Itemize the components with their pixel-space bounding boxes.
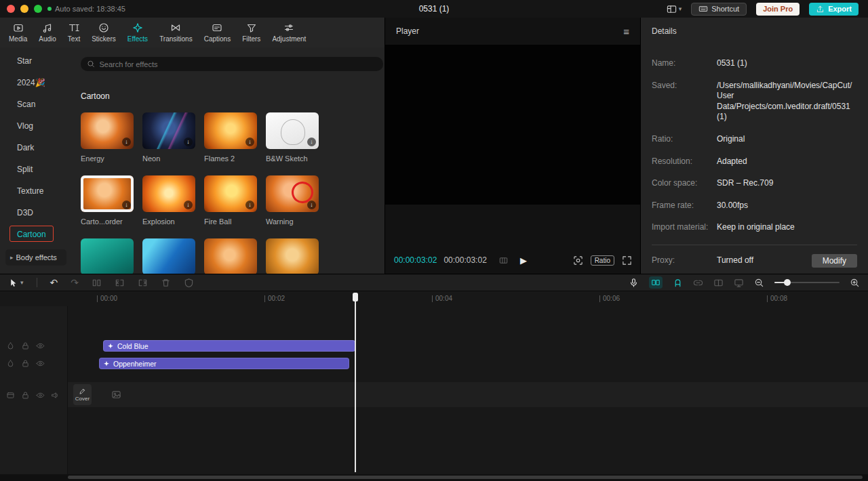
- layout-switcher-button[interactable]: ▾: [667, 4, 682, 14]
- eye-icon[interactable]: [36, 359, 45, 368]
- split-clip-icon[interactable]: [92, 278, 102, 288]
- undo-button[interactable]: ↶: [50, 278, 58, 287]
- effect-thumbnail[interactable]: ↓: [81, 112, 134, 149]
- effect-clip-cold-blue[interactable]: Cold Blue: [103, 340, 355, 352]
- ratio-button[interactable]: Ratio: [591, 255, 614, 266]
- download-icon[interactable]: ↓: [307, 138, 316, 146]
- category-star[interactable]: Star: [0, 50, 71, 72]
- effect-item[interactable]: ↓ Flames 2: [204, 112, 257, 163]
- timeline-zoom-slider[interactable]: [774, 278, 840, 287]
- effect-item[interactable]: ↓ Energy: [81, 112, 134, 163]
- effect-thumbnail[interactable]: [266, 238, 319, 274]
- eye-icon[interactable]: [36, 341, 45, 350]
- effect-thumbnail[interactable]: [204, 238, 257, 274]
- effect-thumbnail[interactable]: ↓: [142, 112, 195, 149]
- modify-button[interactable]: Modify: [812, 254, 857, 268]
- play-button[interactable]: ▶: [520, 255, 527, 266]
- download-icon[interactable]: ↓: [307, 201, 316, 209]
- effect-thumbnail[interactable]: ↓: [142, 175, 195, 212]
- search-input[interactable]: [99, 60, 377, 68]
- effect-thumbnail[interactable]: ↓: [81, 175, 134, 212]
- snapshot-icon[interactable]: [573, 255, 583, 266]
- timeline-horizontal-scrollbar[interactable]: [68, 476, 863, 479]
- mirror-display-icon[interactable]: [734, 278, 744, 288]
- redo-button[interactable]: ↷: [71, 278, 79, 287]
- download-icon[interactable]: ↓: [184, 201, 193, 209]
- download-icon[interactable]: ↓: [122, 201, 131, 209]
- fullscreen-icon[interactable]: [622, 255, 632, 266]
- effect-item[interactable]: ↓ Fire Ball: [204, 175, 257, 226]
- effect-item-partial[interactable]: [142, 238, 195, 274]
- effect-thumbnail[interactable]: ↓: [204, 175, 257, 212]
- cover-button[interactable]: Cover: [73, 384, 92, 405]
- effects-search[interactable]: [81, 57, 383, 71]
- effect-item[interactable]: ↓ Warning: [266, 175, 319, 226]
- zoom-in-icon[interactable]: [850, 278, 860, 288]
- effect-item[interactable]: ↓ B&W Sketch: [266, 112, 319, 163]
- category-split[interactable]: Split: [0, 159, 71, 180]
- effect-item-partial[interactable]: [81, 238, 134, 274]
- video-preview[interactable]: [385, 45, 640, 205]
- delete-right-icon[interactable]: [138, 278, 148, 288]
- download-icon[interactable]: ↓: [245, 201, 254, 209]
- effect-thumbnail[interactable]: [142, 238, 195, 274]
- player-menu-icon[interactable]: ≡: [623, 26, 629, 37]
- category-dark[interactable]: Dark: [0, 137, 71, 159]
- category-2024[interactable]: 2024🎉: [0, 72, 71, 93]
- lock-icon[interactable]: [21, 391, 30, 400]
- effect-item[interactable]: ↓ Carto...order: [81, 175, 134, 226]
- close-window-button[interactable]: [7, 5, 15, 13]
- zoom-slider-knob[interactable]: [784, 279, 791, 286]
- effect-item-partial[interactable]: [204, 238, 257, 274]
- export-button[interactable]: Export: [809, 3, 859, 16]
- category-texture[interactable]: Texture: [0, 180, 71, 202]
- effect-item[interactable]: ↓ Neon: [142, 112, 195, 163]
- auto-snap-icon[interactable]: [673, 278, 683, 288]
- category-scan[interactable]: Scan: [0, 93, 71, 115]
- shortcut-button[interactable]: Shortcut: [691, 3, 747, 16]
- tab-text[interactable]: Text: [64, 22, 83, 43]
- add-media-icon[interactable]: [111, 390, 121, 400]
- effect-clip-oppenheimer[interactable]: Oppenheimer: [99, 358, 349, 369]
- minimize-window-button[interactable]: [20, 5, 28, 13]
- mute-speaker-icon[interactable]: [51, 391, 60, 400]
- tab-audio[interactable]: Audio: [35, 22, 60, 43]
- preview-axis-button[interactable]: [649, 276, 663, 289]
- download-icon[interactable]: ↓: [184, 138, 193, 146]
- effect-thumbnail[interactable]: [81, 238, 134, 274]
- select-tool-button[interactable]: ▾: [8, 278, 24, 288]
- download-icon[interactable]: ↓: [122, 138, 131, 146]
- zoom-out-icon[interactable]: [754, 278, 764, 288]
- category-d3d[interactable]: D3D: [0, 202, 71, 224]
- category-vlog[interactable]: Vlog: [0, 115, 71, 137]
- download-icon[interactable]: ↓: [245, 138, 254, 146]
- effect-thumbnail[interactable]: ↓: [266, 112, 319, 149]
- playhead[interactable]: [351, 291, 360, 474]
- join-pro-button[interactable]: Join Pro: [756, 3, 800, 16]
- tab-media[interactable]: Media: [5, 22, 31, 43]
- effect-item[interactable]: ↓ Explosion: [142, 175, 195, 226]
- main-video-track[interactable]: [68, 382, 868, 407]
- lock-icon[interactable]: [21, 359, 30, 368]
- link-clips-icon[interactable]: [693, 278, 703, 288]
- mask-icon[interactable]: [184, 278, 194, 288]
- delete-left-icon[interactable]: [115, 278, 125, 288]
- tab-stickers[interactable]: Stickers: [88, 22, 119, 43]
- eye-icon[interactable]: [36, 391, 45, 400]
- time-ruler[interactable]: 00:00 00:02 00:04 00:06 00:08: [0, 291, 868, 306]
- tab-effects[interactable]: Effects: [124, 22, 151, 43]
- voiceover-mic-icon[interactable]: [629, 278, 639, 288]
- frame-preview-icon[interactable]: [498, 255, 509, 266]
- effect-thumbnail[interactable]: ↓: [266, 175, 319, 212]
- effect-item-partial[interactable]: [266, 238, 319, 274]
- delete-icon[interactable]: [161, 278, 171, 288]
- tab-captions[interactable]: Captions: [201, 22, 234, 43]
- tab-filters[interactable]: Filters: [239, 22, 264, 43]
- tab-adjustment[interactable]: Adjustment: [269, 22, 309, 43]
- body-effects-expander[interactable]: ▸ Body effects: [5, 249, 66, 266]
- lock-icon[interactable]: [21, 341, 30, 350]
- effect-thumbnail[interactable]: ↓: [204, 112, 257, 149]
- category-cartoon[interactable]: Cartoon: [0, 224, 71, 245]
- zoom-window-button[interactable]: [34, 5, 42, 13]
- tab-transitions[interactable]: Transitions: [156, 22, 196, 43]
